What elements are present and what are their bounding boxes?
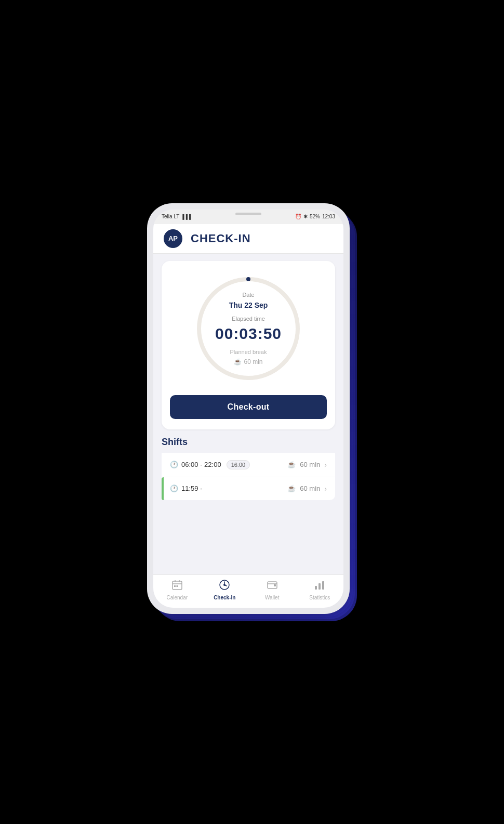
- shift-row-2[interactable]: 🕐 11:59 - ☕ 60 min ›: [162, 477, 335, 500]
- checkout-label: Check-out: [228, 402, 270, 411]
- clock-icon-2: 🕐: [170, 485, 178, 492]
- avatar-initials: AP: [168, 234, 178, 242]
- svg-rect-17: [322, 581, 324, 590]
- elapsed-value: 00:03:50: [215, 325, 282, 343]
- main-content: Date Thu 22 Sep Elapsed time 00:03:50 Pl…: [153, 254, 343, 574]
- shift-left-2: 🕐 11:59 -: [170, 485, 202, 492]
- shift-badge-1: 16:00: [227, 460, 250, 469]
- shift-row-1[interactable]: 🕐 06:00 - 22:00 16:00 ☕ 60 min ›: [162, 453, 335, 477]
- nav-label-checkin: Check-in: [214, 595, 235, 600]
- bottom-spacer: [162, 507, 335, 513]
- status-carrier: Telia LT ▐▐▐: [162, 214, 191, 219]
- shift-right-2: ☕ 60 min ›: [287, 485, 327, 493]
- shift-break-1: 60 min: [300, 461, 320, 468]
- phone-body: Telia LT ▐▐▐ ⏰ ✱ 52% 12:03 AP CHECK-IN: [147, 203, 350, 614]
- svg-point-1: [246, 277, 250, 281]
- break-icon-2: ☕: [287, 485, 296, 492]
- alarm-icon: ⏰: [295, 214, 301, 219]
- signal-icon: ▐▐▐: [181, 214, 191, 219]
- nav-label-calendar: Calendar: [166, 595, 188, 600]
- coffee-icon: ☕: [234, 358, 242, 365]
- checkin-icon: [219, 579, 230, 593]
- svg-rect-15: [315, 586, 317, 590]
- break-icon-1: ☕: [287, 461, 296, 468]
- nav-item-checkin[interactable]: Check-in: [209, 579, 240, 600]
- app-title: CHECK-IN: [191, 232, 251, 245]
- phone-speaker: [235, 213, 261, 215]
- svg-rect-13: [274, 584, 276, 586]
- chevron-right-icon-1: ›: [324, 461, 327, 469]
- calendar-icon: [171, 579, 183, 593]
- timer-inner: Date Thu 22 Sep Elapsed time 00:03:50 Pl…: [215, 292, 282, 365]
- app-header: AP CHECK-IN: [153, 224, 343, 254]
- nav-item-statistics[interactable]: Statistics: [304, 579, 335, 600]
- nav-label-wallet: Wallet: [265, 595, 279, 600]
- date-label: Date: [242, 292, 254, 298]
- avatar: AP: [164, 229, 182, 248]
- bluetooth-icon: ✱: [303, 214, 308, 219]
- shift-time-1: 06:00 - 22:00: [181, 461, 221, 468]
- svg-rect-6: [174, 585, 176, 587]
- status-bar: Telia LT ▐▐▐ ⏰ ✱ 52% 12:03: [153, 210, 343, 224]
- checkout-button[interactable]: Check-out: [170, 395, 327, 419]
- statistics-icon: [314, 579, 325, 593]
- shifts-title: Shifts: [162, 437, 335, 448]
- shift-right-1: ☕ 60 min ›: [287, 461, 327, 469]
- phone-screen: Telia LT ▐▐▐ ⏰ ✱ 52% 12:03 AP CHECK-IN: [153, 210, 343, 608]
- shifts-section: Shifts 🕐 06:00 - 22:00 16:00 ☕ 60 min ›: [162, 437, 335, 500]
- break-value: ☕ 60 min: [234, 358, 262, 365]
- nav-item-wallet[interactable]: Wallet: [257, 579, 288, 600]
- elapsed-label: Elapsed time: [232, 316, 265, 322]
- break-duration: 60 min: [244, 358, 262, 365]
- wallet-icon: [267, 579, 278, 593]
- time-text: 12:03: [322, 214, 335, 219]
- bottom-nav: Calendar Check-in: [153, 574, 343, 608]
- timer-card: Date Thu 22 Sep Elapsed time 00:03:50 Pl…: [162, 261, 335, 429]
- chevron-right-icon-2: ›: [324, 485, 327, 493]
- date-value: Thu 22 Sep: [229, 301, 268, 309]
- nav-item-calendar[interactable]: Calendar: [162, 579, 193, 600]
- svg-rect-16: [319, 583, 321, 590]
- clock-icon-1: 🕐: [170, 461, 178, 468]
- break-label: Planned break: [230, 349, 267, 355]
- shift-left-1: 🕐 06:00 - 22:00 16:00: [170, 460, 250, 469]
- nav-label-statistics: Statistics: [309, 595, 330, 600]
- timer-circle: Date Thu 22 Sep Elapsed time 00:03:50 Pl…: [191, 271, 306, 386]
- status-right: ⏰ ✱ 52% 12:03: [295, 214, 335, 219]
- shift-break-2: 60 min: [300, 485, 320, 492]
- battery-text: 52%: [310, 214, 320, 219]
- shift-time-2: 11:59 -: [181, 485, 202, 492]
- carrier-text: Telia LT: [162, 214, 179, 219]
- svg-rect-7: [176, 585, 178, 587]
